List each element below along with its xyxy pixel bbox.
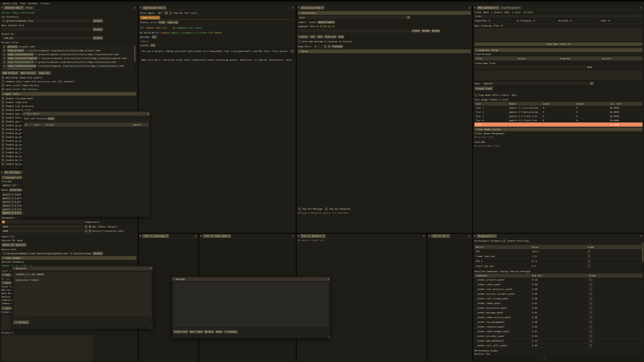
- checkbox[interactable]: [2, 162, 5, 166]
- tab-close-icon[interactable]: X: [166, 235, 167, 237]
- agent-tool-row[interactable]: Enable list_directory: [2, 104, 136, 108]
- max-tokens-minus-button[interactable]: -: [85, 225, 88, 228]
- resize-grip[interactable]: [328, 336, 330, 338]
- panel-close-icon[interactable]: X: [468, 6, 472, 9]
- response-titlebar[interactable]: Response X: [12, 266, 153, 270]
- roles-header[interactable]: Roles: [298, 49, 471, 53]
- resize-grip[interactable]: [150, 327, 152, 329]
- tab-context-hub[interactable]: Context Hub X: [4, 6, 24, 9]
- tab-close-icon[interactable]: X: [228, 235, 230, 237]
- panel-close-icon[interactable]: X: [291, 235, 295, 237]
- tab-mma-dashboard[interactable]: MMA Dashboard X: [477, 6, 500, 9]
- checkbox[interactable]: [2, 80, 5, 83]
- tab-diagnostics[interactable]: Diagnostics X: [477, 234, 497, 238]
- dock-collapse-icon[interactable]: [297, 235, 300, 237]
- reset-cli-session-button[interactable]: Reset CLI Session: [2, 243, 26, 247]
- panel-close-icon[interactable]: X: [639, 6, 643, 9]
- checkbox[interactable]: [2, 143, 5, 146]
- project-tag-button[interactable]: temp_liveaisettingssim: [7, 57, 38, 60]
- tab-close-icon[interactable]: X: [323, 235, 324, 237]
- graph-checkbox[interactable]: [589, 278, 592, 281]
- history-limit-input[interactable]: 8000: [2, 229, 84, 233]
- remove-file-button[interactable]: x: [3, 57, 6, 60]
- graph-checkbox[interactable]: [589, 339, 592, 343]
- project-file-row[interactable]: x temp_liveexecutionsim C:\projects\manu…: [2, 64, 136, 68]
- remove-file-button[interactable]: x: [3, 68, 6, 70]
- graph-checkbox[interactable]: [588, 255, 591, 258]
- discussion-combo[interactable]: main ▼: [298, 15, 410, 19]
- checkbox[interactable]: [2, 112, 5, 115]
- discussions-header[interactable]: Discussions: [298, 11, 471, 15]
- dock-collapse-icon[interactable]: [0, 7, 3, 9]
- dock-collapse-icon[interactable]: [139, 235, 142, 237]
- agent-tools-header[interactable]: Agent Tools: [2, 92, 136, 96]
- checkbox[interactable]: [2, 97, 5, 100]
- remove-file-button[interactable]: x: [3, 61, 6, 64]
- project-tag-button[interactable]: temp_project: [7, 49, 25, 52]
- project-file-row[interactable]: x temp_livetoolssim * C:\projects\manual…: [2, 60, 136, 64]
- max-tokens-plus-button[interactable]: +: [88, 225, 92, 228]
- dock-collapse-icon[interactable]: [474, 235, 476, 237]
- option-row[interactable]: Word-Wrap (Read-only panels): [2, 76, 136, 80]
- expand-system-button[interactable]: [+]: [150, 44, 156, 47]
- checkbox[interactable]: [325, 207, 328, 211]
- load-log-button[interactable]: Load Log: [167, 21, 178, 24]
- git-directory-input[interactable]: C:\projects\manual_slop: [2, 19, 92, 23]
- keep-pairs-minus-button[interactable]: -: [324, 45, 327, 48]
- tab-discussion-hub[interactable]: Discussion Hub X: [300, 6, 324, 9]
- entry-action-button[interactable]: Clear All: [324, 35, 337, 38]
- project-system-textarea[interactable]: [2, 335, 94, 362]
- rename-button[interactable]: Rename: [421, 29, 430, 32]
- step-mode-option[interactable]: Step Mode (HITL) Status: IDLE: [474, 93, 642, 97]
- discussion-name-input[interactable]: [298, 29, 410, 33]
- tab-tier1[interactable]: Tier 1: StrategyX: [142, 234, 169, 238]
- remove-file-button[interactable]: x: [3, 64, 6, 67]
- dock-collapse-icon[interactable]: [139, 7, 142, 9]
- checkbox[interactable]: [2, 76, 5, 79]
- max-tokens-input[interactable]: 8192: [2, 225, 84, 228]
- project-tag-button[interactable]: project: [7, 45, 18, 48]
- tab-operations-hub[interactable]: Operations Hub X: [142, 6, 166, 9]
- entry-action-button[interactable]: + Entry: [298, 35, 308, 38]
- output-dir-input[interactable]: ./md_gen: [2, 36, 92, 40]
- clear-history-button[interactable]: Clear: [47, 117, 55, 120]
- binary-browse-button[interactable]: Browse: [92, 252, 103, 255]
- dock-collapse-icon[interactable]: [428, 235, 430, 237]
- tab-close-icon[interactable]: X: [447, 235, 448, 237]
- graph-checkbox[interactable]: [589, 306, 592, 310]
- checkbox[interactable]: [2, 132, 5, 135]
- graph-checkbox[interactable]: [589, 302, 592, 305]
- checkbox[interactable]: [2, 139, 5, 142]
- graph-checkbox[interactable]: [589, 344, 592, 347]
- dock-collapse-icon[interactable]: [200, 235, 202, 237]
- dock-collapse-icon[interactable]: [297, 7, 300, 9]
- panel-close-icon[interactable]: X: [133, 6, 137, 9]
- response-textarea[interactable]: [GEMINI_CLI API ERROR] subprocess timeou…: [14, 271, 152, 317]
- track-description-textarea[interactable]: [474, 70, 642, 80]
- menu-item[interactable]: View: [19, 2, 27, 5]
- history-limit-plus-button[interactable]: +: [88, 229, 92, 233]
- option-row[interactable]: Auto-scroll Tool History: [2, 87, 136, 91]
- checkbox[interactable]: [2, 84, 5, 87]
- truncate-button[interactable]: Truncate: [332, 45, 343, 48]
- tab-close-icon[interactable]: X: [21, 6, 22, 9]
- graph-checkbox[interactable]: [589, 316, 592, 319]
- main-context-input[interactable]: [2, 27, 92, 31]
- git-browse-button[interactable]: Browse: [92, 19, 103, 23]
- focus-agent-combo[interactable]: All ▼: [157, 11, 168, 15]
- project-file-row[interactable]: x temp_livecontextsim C:\projects\manual…: [2, 52, 136, 56]
- project-action-button[interactable]: New Project: [20, 71, 37, 75]
- expand-message-button[interactable]: [+]: [152, 35, 157, 38]
- close-icon[interactable]: X: [150, 267, 152, 270]
- popout-toolcalls-option[interactable]: Pop Out Tool Calls: [169, 11, 198, 14]
- tab-theme[interactable]: Theme: [24, 6, 34, 9]
- tab-close-icon[interactable]: X: [497, 6, 498, 9]
- binary-path-input[interactable]: "C:\projects\manual_slop\.venv\Scripts\p…: [2, 252, 92, 255]
- output-dir-browse-button[interactable]: Browse: [92, 36, 103, 40]
- diagnostics-scrollbar[interactable]: [642, 242, 644, 272]
- tier-model-config-header[interactable]: Tier Model Config: [474, 128, 642, 131]
- menu-item[interactable]: Project: [39, 2, 51, 5]
- option-row[interactable]: Summary Only (send file structure, not f…: [2, 80, 136, 83]
- message-action-button[interactable]: Inject File: [173, 330, 188, 333]
- remove-file-button[interactable]: x: [3, 49, 6, 52]
